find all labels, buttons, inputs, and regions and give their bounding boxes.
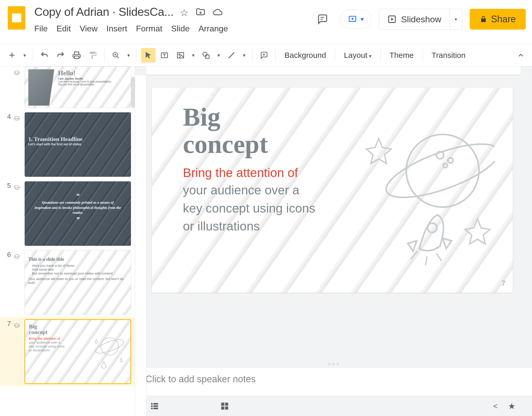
- slideshow-dropdown[interactable]: ▾: [450, 9, 462, 29]
- notes-icon: [14, 112, 22, 122]
- ruler-vertical[interactable]: [135, 75, 147, 416]
- slide-thumb-3[interactable]: Hello! I am Jayden Smith I am here becau…: [0, 66, 135, 110]
- line-tool[interactable]: [224, 48, 239, 63]
- notes-resize-handle[interactable]: [135, 361, 532, 367]
- canvas-area: Big concept Bring the attention of your …: [135, 66, 532, 416]
- thumb-number: 7: [4, 319, 11, 328]
- svg-point-20: [443, 163, 447, 168]
- zoom-dropdown[interactable]: ▾: [125, 48, 132, 63]
- thumb-number: 6: [4, 250, 11, 259]
- thumb-canvas: “ Quotations are commonly printed as a m…: [24, 181, 131, 246]
- thumb-number: 5: [4, 181, 11, 190]
- svg-rect-28: [221, 403, 224, 406]
- print-button[interactable]: [69, 48, 84, 63]
- notes-icon: [14, 250, 22, 261]
- comment-add-button[interactable]: [257, 48, 271, 63]
- slideshow-button[interactable]: Slideshow: [379, 14, 450, 24]
- thumb-text: Here you have a list of items: [28, 262, 127, 268]
- thumb-canvas: 1. Transition Headline Let's start with …: [24, 112, 131, 177]
- move-folder-icon[interactable]: [195, 7, 206, 18]
- app-logo[interactable]: [4, 4, 30, 30]
- share-label: Share: [491, 14, 516, 25]
- redo-button[interactable]: [53, 48, 68, 63]
- cloud-status-icon[interactable]: [212, 7, 223, 18]
- select-tool[interactable]: [141, 48, 156, 63]
- svg-point-12: [15, 324, 19, 326]
- separator: [104, 49, 104, 62]
- line-dropdown[interactable]: ▾: [240, 48, 248, 63]
- share-button[interactable]: Share: [470, 9, 526, 30]
- textbox-tool[interactable]: [157, 48, 172, 63]
- slide-body-text[interactable]: your audience over a key concept using i…: [183, 181, 315, 235]
- slide-thumb-6[interactable]: 6 This is a slide title Here you have a …: [0, 248, 135, 317]
- stage-wrap[interactable]: Big concept Bring the attention of your …: [135, 75, 532, 361]
- menu-arrange[interactable]: Arrange: [198, 24, 228, 33]
- new-slide-dropdown[interactable]: ▾: [21, 48, 29, 63]
- thumb-text: You can find me at @username: [58, 83, 112, 86]
- svg-rect-7: [206, 55, 209, 58]
- present-dropdown[interactable]: ▾: [340, 10, 372, 29]
- slide-page-number: 7: [501, 279, 506, 288]
- slideshow-button-group: Slideshow ▾: [379, 9, 462, 30]
- layout-button[interactable]: Layout: [339, 51, 376, 60]
- ruler-horizontal[interactable]: [147, 66, 521, 75]
- grid-view-button[interactable]: [216, 400, 234, 413]
- menu-file[interactable]: File: [34, 24, 48, 33]
- main: Hello! I am Jayden Smith I am here becau…: [0, 66, 532, 416]
- separator: [335, 49, 335, 62]
- menu-slide[interactable]: Slide: [171, 24, 190, 33]
- shape-dropdown[interactable]: ▾: [215, 48, 223, 63]
- svg-point-19: [448, 158, 453, 163]
- thumb-quote: Quotations are commonly printed as a mea…: [28, 200, 127, 215]
- play-in-box-icon: [388, 15, 396, 24]
- separator: [252, 49, 252, 62]
- title-line-1: Big: [183, 103, 220, 131]
- svg-rect-22: [151, 403, 153, 405]
- slides-logo-icon: [8, 6, 25, 30]
- comments-button[interactable]: [312, 9, 333, 30]
- slide-thumb-5[interactable]: 5 “ Quotations are commonly printed as a…: [0, 179, 135, 248]
- slideshow-label: Slideshow: [401, 14, 441, 24]
- slide-thumb-4[interactable]: 4 1. Transition Headline Let's start wit…: [0, 110, 135, 179]
- new-slide-button[interactable]: +: [5, 48, 19, 63]
- undo-button[interactable]: [37, 48, 52, 63]
- theme-button[interactable]: Theme: [385, 51, 418, 60]
- image-tool[interactable]: [173, 48, 188, 63]
- body-line: your audience over a: [183, 181, 315, 199]
- menu-view[interactable]: View: [80, 24, 98, 33]
- thumb-title: 1. Transition Headline: [28, 136, 127, 142]
- svg-point-6: [203, 52, 207, 56]
- header-actions: ▾ Slideshow ▾ Share: [312, 4, 526, 30]
- filmstrip[interactable]: Hello! I am Jayden Smith I am here becau…: [0, 66, 135, 416]
- thumb-text: I am Jayden Smith: [58, 77, 112, 80]
- background-button[interactable]: Background: [280, 51, 331, 60]
- quote-open-icon: “: [28, 192, 127, 200]
- svg-point-11: [15, 255, 19, 257]
- svg-rect-29: [225, 403, 228, 406]
- document-title[interactable]: Copy of Adrian · SlidesCa...: [34, 5, 174, 19]
- thumb-number: [4, 66, 11, 67]
- image-dropdown[interactable]: ▾: [189, 48, 197, 63]
- collapse-toolbar-button[interactable]: [517, 51, 527, 59]
- svg-rect-30: [221, 406, 224, 410]
- slide-title[interactable]: Big concept: [183, 103, 268, 158]
- star-icon[interactable]: ☆: [180, 7, 189, 18]
- title-area: Copy of Adrian · SlidesCa... ☆ File Edit…: [30, 4, 312, 33]
- svg-rect-23: [154, 403, 158, 405]
- speaker-notes[interactable]: Click to add speaker notes: [135, 367, 532, 396]
- slide-thumb-7[interactable]: 7 Big concept Bring the attention of you…: [0, 317, 135, 386]
- menu-insert[interactable]: Insert: [106, 24, 127, 33]
- menu-edit[interactable]: Edit: [57, 24, 71, 33]
- slide-canvas[interactable]: Big concept Bring the attention of your …: [152, 88, 513, 293]
- paint-format-button[interactable]: [85, 48, 100, 63]
- filmstrip-view-button[interactable]: [145, 400, 164, 413]
- slide-subtitle-red[interactable]: Bring the attention of: [183, 166, 298, 180]
- space-illustration[interactable]: [360, 124, 495, 269]
- explore-button[interactable]: [504, 399, 519, 413]
- explore-collapse-button[interactable]: <: [486, 400, 504, 413]
- shape-tool[interactable]: [199, 48, 213, 63]
- menu-format[interactable]: Format: [136, 24, 162, 33]
- transition-button[interactable]: Transition: [427, 51, 470, 60]
- separator: [423, 49, 423, 62]
- zoom-button[interactable]: [109, 48, 123, 63]
